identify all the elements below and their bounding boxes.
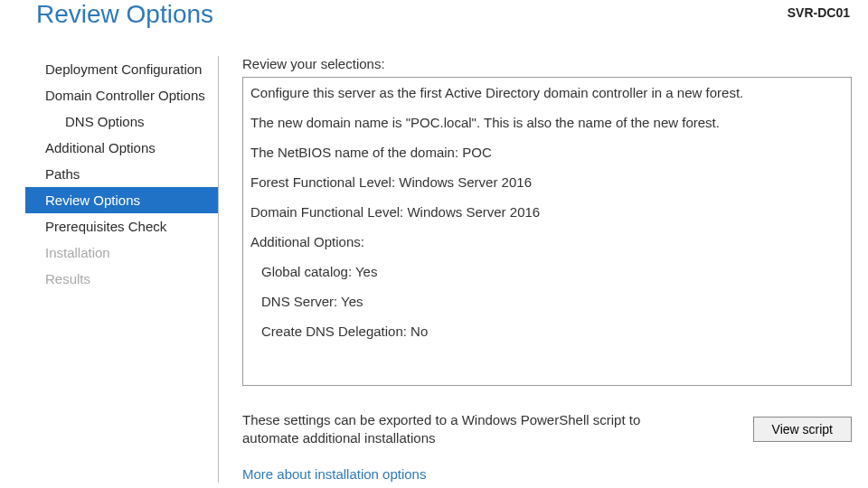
- sidebar-item-domain-controller-options[interactable]: Domain Controller Options: [25, 82, 218, 108]
- sidebar-item-review-options[interactable]: Review Options: [25, 187, 218, 213]
- review-line: DNS Server: Yes: [250, 294, 844, 309]
- sidebar-item-paths[interactable]: Paths: [25, 161, 218, 187]
- sidebar-item-deployment-configuration[interactable]: Deployment Configuration: [25, 56, 218, 82]
- sidebar-item-additional-options[interactable]: Additional Options: [25, 135, 218, 161]
- page-title: Review Options: [36, 0, 213, 29]
- review-line: Create DNS Delegation: No: [250, 324, 844, 339]
- header: Review Options SVR-DC01: [0, 0, 868, 34]
- review-line: The new domain name is "POC.local". This…: [250, 115, 844, 130]
- more-about-link[interactable]: More about installation options: [242, 466, 426, 482]
- export-note: These settings can be exported to a Wind…: [242, 411, 694, 446]
- review-line: Forest Functional Level: Windows Server …: [250, 174, 844, 190]
- review-label: Review your selections:: [242, 56, 852, 71]
- content: Deployment ConfigurationDomain Controlle…: [0, 56, 868, 483]
- review-line: Configure this server as the first Activ…: [250, 85, 844, 100]
- review-scroll[interactable]: Configure this server as the first Activ…: [243, 78, 851, 385]
- review-box: Configure this server as the first Activ…: [242, 77, 852, 386]
- server-name: SVR-DC01: [788, 5, 850, 20]
- sidebar-item-installation: Installation: [25, 239, 218, 266]
- review-line: Additional Options:: [250, 234, 844, 249]
- review-line: Global catalog: Yes: [250, 264, 844, 279]
- note-row: These settings can be exported to a Wind…: [242, 411, 852, 446]
- review-line: The NetBIOS name of the domain: POC: [250, 145, 844, 160]
- main-panel: Review your selections: Configure this s…: [219, 56, 868, 483]
- sidebar: Deployment ConfigurationDomain Controlle…: [0, 56, 219, 483]
- review-line: Domain Functional Level: Windows Server …: [250, 204, 844, 220]
- sidebar-item-prerequisites-check[interactable]: Prerequisites Check: [25, 213, 218, 239]
- sidebar-item-results: Results: [25, 266, 218, 292]
- sidebar-item-dns-options[interactable]: DNS Options: [25, 108, 218, 135]
- view-script-button[interactable]: View script: [753, 417, 852, 442]
